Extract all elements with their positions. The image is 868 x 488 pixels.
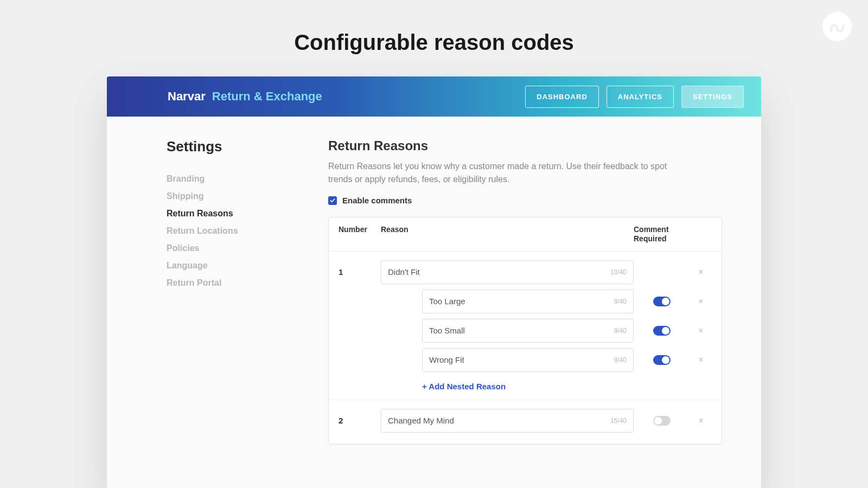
toggle-cell [634,416,690,426]
reason-input[interactable] [429,355,614,364]
comment-required-toggle[interactable] [653,355,671,365]
reason-input-wrap: 9/40 [422,319,634,343]
reason-input-wrap: 15/40 [381,409,634,433]
nav-settings[interactable]: SETTINGS [681,86,744,108]
page-heading: Configurable reason codes [0,0,868,76]
reason-row: 215/40× [339,409,712,433]
delete-icon[interactable]: × [690,416,712,426]
sidebar-title: Settings [167,138,313,155]
enable-comments-label: Enable comments [342,196,412,205]
nested-reason-row: 9/40× [339,348,712,372]
nested-reason-row: 9/40× [339,319,712,343]
delete-icon[interactable]: × [690,297,712,306]
sidebar-item-return-locations[interactable]: Return Locations [167,222,313,240]
reason-input[interactable] [388,267,610,277]
sidebar-item-return-reasons[interactable]: Return Reasons [167,205,313,222]
reason-input[interactable] [429,326,614,335]
reason-input-wrap: 9/40 [422,290,634,313]
header-nav: DASHBOARDANALYTICSSETTINGS [525,86,744,108]
app-window: Narvar Return & Exchange DASHBOARDANALYT… [107,76,761,488]
row-number: 1 [339,267,381,277]
comment-required-toggle[interactable] [653,416,671,426]
enable-comments-row: Enable comments [328,196,722,205]
sidebar-item-return-portal[interactable]: Return Portal [167,274,313,292]
toggle-cell [634,355,690,365]
reason-input[interactable] [388,416,610,425]
reason-group: 215/40× [329,400,722,444]
table-header: Number Reason Comment Required [329,217,722,252]
delete-icon[interactable]: × [690,267,712,277]
sidebar-item-branding[interactable]: Branding [167,170,313,188]
delete-icon[interactable]: × [690,355,712,365]
char-count: 15/40 [610,417,627,425]
char-count: 9/40 [614,298,627,305]
reason-group: 110/40×9/40×9/40×9/40×+ Add Nested Reaso… [329,252,722,400]
delete-icon[interactable]: × [690,326,712,336]
char-count: 10/40 [610,268,627,276]
brand: Narvar Return & Exchange [124,89,322,104]
corner-logo [822,12,852,41]
comment-required-toggle[interactable] [653,297,671,306]
reason-input[interactable] [429,297,614,306]
brand-primary: Narvar [168,89,206,103]
reason-input-wrap: 10/40 [381,260,634,284]
col-header-comment: Comment Required [634,225,690,243]
settings-sidebar: Settings BrandingShippingReturn ReasonsR… [167,138,313,488]
reasons-table: Number Reason Comment Required 110/40×9/… [328,217,722,445]
sidebar-item-language[interactable]: Language [167,257,313,274]
app-body: Settings BrandingShippingReturn ReasonsR… [107,117,761,488]
app-header: Narvar Return & Exchange DASHBOARDANALYT… [107,76,761,117]
comment-required-toggle[interactable] [653,326,671,336]
reason-row: 110/40× [339,260,712,284]
row-number: 2 [339,416,381,425]
nested-reason-row: 9/40× [339,290,712,313]
sidebar-item-shipping[interactable]: Shipping [167,188,313,205]
main-content: Return Reasons Return Reasons let you kn… [313,138,744,488]
brand-secondary: Return & Exchange [212,89,322,103]
add-nested-reason-button[interactable]: + Add Nested Reason [339,377,712,394]
nav-dashboard[interactable]: DASHBOARD [525,86,599,108]
toggle-cell [634,326,690,336]
section-title: Return Reasons [328,138,722,153]
section-description: Return Reasons let you know why a custom… [328,160,675,186]
col-header-number: Number [339,225,381,243]
char-count: 9/40 [614,327,627,335]
enable-comments-checkbox[interactable] [328,196,337,205]
sidebar-item-policies[interactable]: Policies [167,240,313,257]
char-count: 9/40 [614,356,627,364]
reason-input-wrap: 9/40 [422,348,634,372]
col-header-reason: Reason [381,225,634,243]
nav-analytics[interactable]: ANALYTICS [607,86,674,108]
toggle-cell [634,297,690,306]
